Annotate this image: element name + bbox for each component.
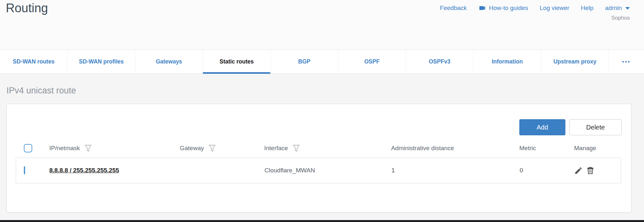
table-row: 8.8.8.8 / 255.255.255.255 Cloudflare_MWA… — [16, 158, 621, 183]
header-checkbox-cell — [16, 144, 41, 152]
tab-information[interactable]: Information — [474, 50, 541, 73]
help-label: Help — [581, 5, 593, 12]
filter-icon[interactable] — [209, 145, 216, 152]
tab-label: Information — [492, 58, 523, 65]
tab-label: OSPF — [364, 58, 380, 65]
column-label: Metric — [519, 145, 536, 152]
tab-label: Static routes — [220, 58, 254, 65]
howto-guides-label: How-to guides — [489, 5, 528, 12]
bottom-edge-bar — [0, 220, 644, 222]
cell-manage — [565, 166, 621, 175]
tab-static-routes[interactable]: Static routes — [203, 50, 271, 73]
column-label: Gateway — [180, 145, 204, 152]
tab-label: Upstream proxy — [553, 58, 596, 65]
caret-down-icon — [625, 7, 630, 10]
admin-label: admin — [605, 5, 622, 12]
video-camera-icon — [478, 4, 486, 12]
cell-administrative-distance: 1 — [391, 167, 514, 174]
account-name: Sophos — [611, 15, 630, 21]
admin-menu[interactable]: admin — [605, 5, 630, 12]
column-label: Administrative distance — [391, 145, 454, 152]
filter-icon[interactable] — [85, 145, 91, 152]
tab-bar: SD-WAN routes SD-WAN profiles Gateways S… — [0, 50, 644, 74]
trash-icon[interactable] — [586, 166, 595, 175]
log-viewer-link[interactable]: Log viewer — [540, 5, 569, 12]
tab-label: Gateways — [156, 58, 182, 65]
section-heading: IPv4 unicast route — [6, 86, 76, 96]
edit-pencil-icon[interactable] — [574, 166, 583, 175]
tab-label: SD-WAN profiles — [79, 58, 124, 65]
toolbar: Add Delete — [519, 119, 622, 135]
column-header-interface: Interface — [264, 145, 391, 152]
routes-panel: Add Delete IP/netmask Gateway Interface … — [6, 104, 631, 213]
column-header-gateway: Gateway — [180, 145, 264, 152]
top-nav: Feedback How-to guides Log viewer Help a… — [440, 4, 630, 12]
tab-ospfv3[interactable]: OSPFv3 — [406, 50, 474, 73]
log-viewer-label: Log viewer — [540, 5, 569, 12]
page-title: Routing — [6, 1, 48, 15]
column-header-ip-netmask: IP/netmask — [41, 145, 180, 152]
cell-interface: Cloudflare_MWAN — [264, 167, 391, 174]
top-header: Routing Feedback How-to guides Log viewe… — [0, 0, 644, 50]
tab-upstream-proxy[interactable]: Upstream proxy — [541, 50, 609, 73]
column-label: Interface — [264, 145, 288, 152]
cell-ip-netmask: 8.8.8.8 / 255.255.255.255 — [41, 167, 180, 174]
route-link[interactable]: 8.8.8.8 / 255.255.255.255 — [49, 167, 119, 174]
howto-guides-link[interactable]: How-to guides — [478, 4, 528, 12]
column-label: Manage — [574, 145, 596, 152]
row-checkbox-cell — [16, 167, 41, 174]
tab-label: OSPFv3 — [429, 58, 450, 65]
cell-metric: 0 — [514, 167, 565, 174]
filter-icon[interactable] — [293, 145, 300, 152]
feedback-label: Feedback — [440, 5, 466, 12]
tab-ospf[interactable]: OSPF — [338, 50, 406, 73]
more-tabs-button[interactable]: ••• — [609, 50, 644, 73]
column-header-administrative-distance: Administrative distance — [391, 145, 514, 152]
tab-label: BGP — [298, 58, 311, 65]
tab-gateways[interactable]: Gateways — [135, 50, 203, 73]
delete-button[interactable]: Delete — [569, 119, 622, 135]
table-header: IP/netmask Gateway Interface Administrat… — [16, 139, 621, 158]
tab-sdwan-routes[interactable]: SD-WAN routes — [0, 50, 68, 73]
tab-label: SD-WAN routes — [13, 58, 54, 65]
column-header-manage: Manage — [565, 145, 621, 152]
feedback-link[interactable]: Feedback — [440, 5, 466, 12]
ellipsis-icon: ••• — [622, 59, 631, 65]
column-header-metric: Metric — [514, 145, 565, 152]
select-all-checkbox[interactable] — [24, 144, 32, 152]
column-label: IP/netmask — [49, 145, 80, 152]
help-link[interactable]: Help — [581, 5, 593, 12]
add-button[interactable]: Add — [519, 119, 565, 135]
tab-bgp[interactable]: BGP — [271, 50, 338, 73]
tab-sdwan-profiles[interactable]: SD-WAN profiles — [68, 50, 135, 73]
row-checkbox[interactable] — [24, 166, 25, 174]
